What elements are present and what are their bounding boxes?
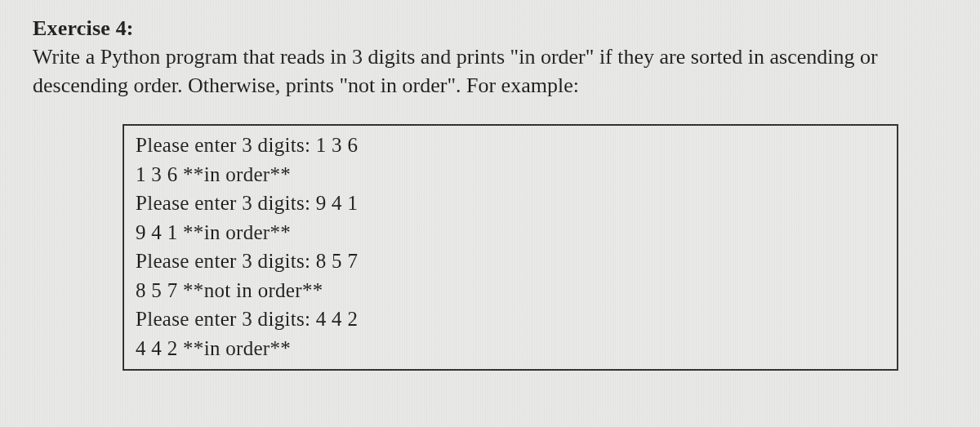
exercise-heading: Exercise 4:: [33, 16, 947, 41]
example-line: Please enter 3 digits: 9 4 1: [136, 189, 885, 218]
example-line: 8 5 7 **not in order**: [136, 276, 885, 305]
example-line: 9 4 1 **in order**: [136, 218, 885, 247]
example-line: Please enter 3 digits: 4 4 2: [136, 305, 885, 334]
example-line: Please enter 3 digits: 1 3 6: [136, 131, 885, 160]
example-output-box: Please enter 3 digits: 1 3 6 1 3 6 **in …: [122, 124, 898, 371]
exercise-instructions: Write a Python program that reads in 3 d…: [33, 42, 947, 100]
example-line: 1 3 6 **in order**: [136, 160, 885, 189]
example-line: 4 4 2 **in order**: [136, 334, 885, 363]
example-line: Please enter 3 digits: 8 5 7: [136, 247, 885, 276]
